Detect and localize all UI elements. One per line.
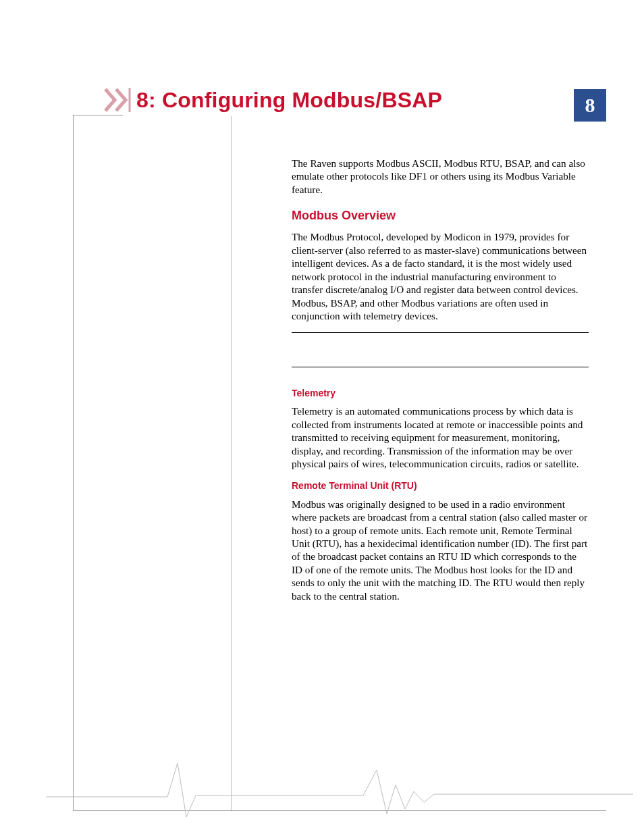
rtu-paragraph: Modbus was originally designed to be use… [292, 498, 589, 603]
chapter-title: 8: Configuring Modbus/BSAP [136, 88, 442, 113]
section-rule-2 [292, 367, 589, 367]
body-content: The Raven supports Modbus ASCII, Modbus … [292, 157, 589, 612]
chevrons-icon [104, 88, 134, 112]
section-rule-1 [292, 332, 589, 333]
frame-inner-rule [231, 116, 232, 810]
telemetry-paragraph: Telemetry is an automated communications… [292, 405, 589, 470]
heading-telemetry: Telemetry [292, 388, 589, 400]
frame-top-rule [73, 115, 123, 115]
intro-paragraph: The Raven supports Modbus ASCII, Modbus … [292, 157, 589, 196]
overview-paragraph: The Modbus Protocol, developed by Modico… [292, 230, 589, 322]
footer-waveform-icon [46, 743, 633, 824]
heading-rtu: Remote Terminal Unit (RTU) [292, 480, 589, 492]
page-frame: 8: Configuring Modbus/BSAP 8 The Raven s… [73, 88, 606, 810]
heading-modbus-overview: Modbus Overview [292, 208, 589, 224]
chapter-number: 8 [585, 94, 595, 117]
chapter-number-badge: 8 [574, 89, 606, 122]
frame-left-rule [73, 115, 74, 810]
